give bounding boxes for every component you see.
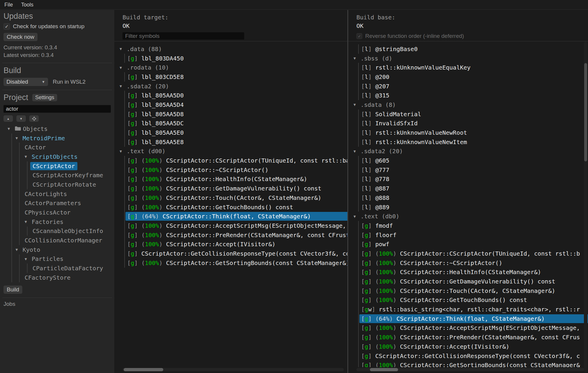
symbol-row[interactable]: [g] (100%) CScriptActor::HealthInfo(CSta…: [114, 175, 347, 184]
check-updates-checkbox[interactable]: ✓: [4, 23, 10, 30]
symbol-row[interactable]: [g] lbl_805AA5D8: [114, 109, 347, 119]
symbol-row[interactable]: [l] @889: [348, 202, 588, 212]
symbol-row[interactable]: [g] (100%) CScriptActor::GetDamageVulner…: [348, 277, 588, 286]
symbol-row[interactable]: [g] (100%) CScriptActor::CScriptActor(TU…: [114, 156, 347, 165]
symbol-row[interactable]: [l] @200: [348, 72, 588, 82]
tree-item-Factories[interactable]: ▼Factories: [4, 217, 111, 227]
expand-arrow-icon[interactable]: ▼: [354, 149, 361, 153]
symbol-row[interactable]: [g] (100%) CScriptActor::GetSortingBound…: [348, 360, 588, 367]
symbol-row[interactable]: [g] lbl_805AA5E0: [114, 128, 347, 137]
symbol-row[interactable]: [g] (100%) CScriptActor::GetTouchBounds(…: [348, 296, 588, 305]
expand-arrow-icon[interactable]: ▼: [120, 65, 127, 70]
symbol-row[interactable]: [g] lbl_805AA5D0: [114, 91, 347, 100]
section-row[interactable]: ▼.sdata (8): [348, 100, 588, 109]
symbol-row[interactable]: [g] CScriptActor::GetCollisionResponseTy…: [114, 249, 347, 258]
base-vscrollbar-thumb[interactable]: [584, 63, 587, 161]
symbol-row[interactable]: [l] InvalidSfxId: [348, 119, 588, 128]
expand-arrow-icon[interactable]: ▼: [120, 149, 127, 153]
filter-symbols-input[interactable]: [123, 32, 244, 40]
symbol-row[interactable]: [g] lbl_805AA5D4: [114, 100, 347, 109]
tree-item-CScriptActor[interactable]: CScriptActor: [4, 161, 111, 171]
symbol-row[interactable]: [gw] rstl::basic_string<char, rstl::char…: [348, 305, 588, 314]
menu-file[interactable]: File: [4, 2, 13, 8]
symbol-row[interactable]: [g] CScriptActor::GetCollisionResponseTy…: [348, 351, 588, 361]
section-row[interactable]: ▼.text (d00): [114, 147, 347, 156]
tree-item-Particles[interactable]: ▼Particles: [4, 254, 111, 264]
tree-item-CScriptActorRotate[interactable]: CScriptActorRotate: [4, 180, 111, 189]
symbol-row[interactable]: [l] rstl::kUnknownValueNewRoot: [348, 128, 588, 137]
symbol-row[interactable]: [g] (100%) CScriptActor::Touch(CActor&, …: [114, 193, 347, 202]
symbol-row[interactable]: [g] (100%) CScriptActor::GetSortingBound…: [114, 258, 347, 268]
symbol-row[interactable]: [g] (100%) CScriptActor::AcceptScriptMsg…: [348, 323, 588, 333]
symbol-row[interactable]: [l] SolidMaterial: [348, 109, 588, 119]
section-row[interactable]: ▼.text (db0): [348, 212, 588, 221]
symbol-row[interactable]: [g] (64%) CScriptActor::Think(float, CSt…: [114, 212, 347, 221]
expand-arrow-icon[interactable]: ▼: [25, 257, 32, 261]
project-settings-button[interactable]: Settings: [32, 94, 57, 101]
tree-item-MetroidPrime[interactable]: ▼MetroidPrime: [4, 134, 111, 143]
tree-item-CActorLights[interactable]: CActorLights: [4, 189, 111, 199]
expand-arrow-icon[interactable]: ▼: [16, 247, 23, 252]
symbol-row[interactable]: [l] rstl::kUnknownValueNewItem: [348, 137, 588, 147]
prev-match-button[interactable]: ▲: [4, 115, 13, 122]
symbol-row[interactable]: [g] (100%) CScriptActor::PreRender(CStat…: [348, 333, 588, 342]
symbol-row[interactable]: [g] (100%) CScriptActor::AcceptScriptMsg…: [114, 221, 347, 230]
symbol-row[interactable]: [g] (100%) CScriptActor::GetTouchBounds(…: [114, 202, 347, 212]
symbol-row[interactable]: [g] (100%) CScriptActor::Accept(IVisitor…: [114, 239, 347, 249]
symbol-row[interactable]: [g] (100%) CScriptActor::~CScriptActor(): [348, 258, 588, 268]
symbol-row[interactable]: [g] (100%) CScriptActor::GetDamageVulner…: [114, 184, 347, 193]
expand-arrow-icon[interactable]: ▼: [354, 56, 361, 60]
symbol-row[interactable]: [g] powf: [348, 239, 588, 249]
tree-item-CPhysicsActor[interactable]: CPhysicsActor: [4, 208, 111, 217]
symbol-row[interactable]: [g] fmodf: [348, 221, 588, 230]
symbol-row[interactable]: [l] @778: [348, 175, 588, 184]
menu-tools[interactable]: Tools: [21, 2, 33, 8]
symbol-row[interactable]: [g] (100%) CScriptActor::CScriptActor(TU…: [348, 249, 588, 258]
base-hscrollbar-thumb[interactable]: [370, 368, 398, 371]
symbol-row[interactable]: [g] floorf: [348, 230, 588, 240]
tree-item-CScannableObjectInfo[interactable]: CScannableObjectInfo: [4, 227, 111, 236]
tree-item-CFactoryStore[interactable]: CFactoryStore: [4, 273, 111, 282]
reverse-order-checkbox[interactable]: ✓: [356, 33, 362, 39]
tree-item-CScriptActorKeyframe[interactable]: CScriptActorKeyframe: [4, 171, 111, 180]
symbol-row[interactable]: [l] @887: [348, 184, 588, 193]
build-mode-dropdown[interactable]: Disabled ▼: [4, 78, 48, 86]
expand-arrow-icon[interactable]: ▼: [25, 220, 32, 224]
tree-item-ScriptObjects[interactable]: ▼ScriptObjects: [4, 152, 111, 161]
symbol-row[interactable]: [g] (100%) CScriptActor::HealthInfo(CSta…: [348, 268, 588, 277]
symbol-row[interactable]: [g] lbl_803CD5E8: [114, 72, 347, 82]
tree-item-Objects[interactable]: ▼Objects: [4, 124, 111, 134]
tree-item-CActorParameters[interactable]: CActorParameters: [4, 199, 111, 208]
symbol-row[interactable]: [l] rstl::kUnknownValueEqualKey: [348, 63, 588, 72]
section-row[interactable]: ▼.sbss (d): [348, 54, 588, 63]
check-now-button[interactable]: Check now: [4, 33, 38, 41]
tree-item-CActor[interactable]: CActor: [4, 143, 111, 152]
section-row[interactable]: ▼.sdata2 (20): [114, 82, 347, 91]
symbol-row[interactable]: [g] (100%) CScriptActor::~CScriptActor(): [114, 165, 347, 175]
symbol-row[interactable]: [g] (64%) CScriptActor::Think(float, CSt…: [348, 314, 588, 323]
symbol-row[interactable]: [l] @stringBase0: [348, 44, 588, 54]
expand-arrow-icon[interactable]: ▼: [25, 154, 32, 159]
symbol-row[interactable]: [l] @888: [348, 193, 588, 202]
target-hscrollbar-thumb[interactable]: [124, 368, 163, 371]
locate-current-button[interactable]: [29, 115, 39, 122]
symbol-row[interactable]: [g] lbl_805AA5DC: [114, 119, 347, 128]
symbol-row[interactable]: [g] (100%) CScriptActor::PreRender(CStat…: [114, 230, 347, 240]
symbol-row[interactable]: [g] (100%) CScriptActor::Accept(IVisitor…: [348, 342, 588, 351]
tree-item-Kyoto[interactable]: ▼Kyoto: [4, 245, 111, 254]
tree-item-CParticleDataFactory[interactable]: CParticleDataFactory: [4, 264, 111, 273]
symbol-row[interactable]: [l] @777: [348, 165, 588, 175]
expand-arrow-icon[interactable]: ▼: [16, 136, 23, 140]
build-button[interactable]: Build: [4, 286, 22, 294]
symbol-row[interactable]: [g] (100%) CScriptActor::Touch(CActor&, …: [348, 286, 588, 296]
symbol-row[interactable]: [l] @207: [348, 82, 588, 91]
symbol-row[interactable]: [g] lbl_803DA450: [114, 54, 347, 63]
symbol-row[interactable]: [l] @315: [348, 91, 588, 100]
updates-checkbox-row[interactable]: ✓ Check for updates on startup: [4, 23, 111, 30]
expand-arrow-icon[interactable]: ▼: [8, 126, 15, 131]
expand-arrow-icon[interactable]: ▼: [120, 84, 127, 88]
expand-arrow-icon[interactable]: ▼: [120, 47, 127, 51]
section-row[interactable]: ▼.data (88): [114, 44, 347, 54]
tree-item-CCollisionActorManager[interactable]: CCollisionActorManager: [4, 236, 111, 245]
symbol-row[interactable]: [g] lbl_805AA5E8: [114, 137, 347, 147]
